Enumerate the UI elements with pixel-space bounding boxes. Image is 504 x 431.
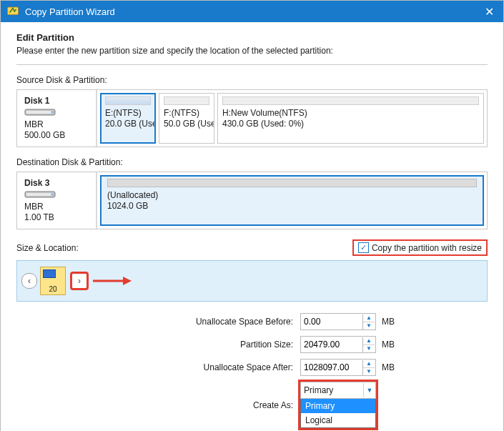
page-heading: Edit Partition xyxy=(16,32,488,43)
spin-down-icon[interactable]: ▼ xyxy=(363,368,375,375)
close-icon[interactable]: ✕ xyxy=(480,5,498,19)
source-label: Source Disk & Partition: xyxy=(16,75,488,85)
source-partitions: E:(NTFS) 20.0 GB (Used F:(NTFS) 50.0 GB … xyxy=(97,90,487,147)
copy-with-resize-label: Copy the partition with resize xyxy=(372,243,482,253)
source-disk-capacity: 500.00 GB xyxy=(24,130,92,141)
source-disk-box: Disk 1 MBR 500.00 GB E:(NTFS) 20.0 GB (U… xyxy=(16,89,488,147)
create-as-cell: Primary ▼ Primary Logical xyxy=(300,382,376,428)
partition-detail: 50.0 GB (Used xyxy=(164,119,209,129)
destination-disk-capacity: 1.00 TB xyxy=(24,212,92,223)
slider-block-label: 20 xyxy=(41,285,65,293)
partition-name: H:New Volume(NTFS) xyxy=(222,108,479,119)
wizard-body: Edit Partition Please enter the new part… xyxy=(1,22,503,431)
space-after-label: Unallocate Space After: xyxy=(204,362,295,372)
partition-detail: 1024.0 GB xyxy=(107,201,477,212)
destination-partitions: (Unallocated) 1024.0 GB xyxy=(97,172,487,229)
chevron-down-icon: ▼ xyxy=(363,383,375,397)
page-subtext: Please enter the new partition size and … xyxy=(16,46,488,56)
chevron-right-icon: › xyxy=(78,276,81,286)
source-disk-name: Disk 1 xyxy=(24,96,92,106)
size-location-label: Size & Location: xyxy=(16,243,79,253)
window-title: Copy Partition Wizard xyxy=(25,6,480,17)
create-as-label: Create As: xyxy=(253,400,295,410)
create-as-highlight: Primary ▼ Primary Logical xyxy=(300,382,376,428)
space-after-input[interactable] xyxy=(301,362,362,372)
partition-unallocated[interactable]: (Unallocated) 1024.0 GB xyxy=(100,175,484,226)
space-before-label: Unallocate Space Before: xyxy=(196,317,295,327)
copy-with-resize-highlight: ✓ Copy the partition with resize xyxy=(352,239,488,256)
arrow-right-icon xyxy=(92,274,133,287)
destination-disk-scheme: MBR xyxy=(24,202,92,212)
app-icon xyxy=(6,5,19,18)
svg-point-6 xyxy=(52,194,54,195)
size-form: Unallocate Space Before: ▲ ▼ MB Partitio… xyxy=(74,313,402,428)
svg-point-3 xyxy=(52,112,54,113)
source-disk-info: Disk 1 MBR 500.00 GB xyxy=(17,90,97,147)
destination-disk-info: Disk 3 MBR 1.00 TB xyxy=(17,172,97,229)
partition-name: E:(NTFS) xyxy=(105,108,151,119)
slider-used-icon xyxy=(43,269,56,278)
destination-disk-name: Disk 3 xyxy=(24,178,92,188)
spin-down-icon[interactable]: ▼ xyxy=(363,322,375,330)
partition-bar xyxy=(164,96,209,105)
partition-h[interactable]: H:New Volume(NTFS) 430.0 GB (Used: 0%) xyxy=(217,93,484,144)
slider-handle-right[interactable]: › xyxy=(71,273,87,289)
partition-bar xyxy=(222,96,479,105)
option-primary[interactable]: Primary xyxy=(301,399,375,413)
source-disk-scheme: MBR xyxy=(24,119,92,130)
disk-icon xyxy=(24,107,56,117)
space-before-input[interactable] xyxy=(301,317,362,327)
destination-label: Destination Disk & Partition: xyxy=(16,157,488,167)
disk-icon xyxy=(24,189,56,199)
partition-bar xyxy=(107,179,477,187)
partition-size-unit: MB xyxy=(382,340,402,350)
partition-size-input[interactable] xyxy=(301,340,362,350)
create-as-options: Primary Logical xyxy=(300,399,376,428)
spinner: ▲ ▼ xyxy=(362,314,375,330)
partition-f[interactable]: F:(NTFS) 50.0 GB (Used xyxy=(159,93,214,144)
partition-size-input-wrap: ▲ ▼ xyxy=(300,336,376,353)
create-as-value: Primary xyxy=(301,385,363,395)
destination-disk-box: Disk 3 MBR 1.00 TB (Unallocated) 1024.0 … xyxy=(16,172,488,229)
chevron-left-icon: ‹ xyxy=(28,276,31,286)
spin-up-icon[interactable]: ▲ xyxy=(363,337,375,345)
partition-detail: 430.0 GB (Used: 0%) xyxy=(222,119,479,129)
spin-down-icon[interactable]: ▼ xyxy=(363,345,375,352)
wizard-window: Copy Partition Wizard ✕ Edit Partition P… xyxy=(0,0,504,431)
spinner: ▲ ▼ xyxy=(362,360,375,375)
create-as-dropdown[interactable]: Primary ▼ xyxy=(300,382,376,399)
option-logical[interactable]: Logical xyxy=(301,413,375,427)
partition-bar xyxy=(105,96,151,105)
titlebar: Copy Partition Wizard ✕ xyxy=(1,1,503,22)
spin-up-icon[interactable]: ▲ xyxy=(363,360,375,368)
svg-marker-8 xyxy=(123,277,132,285)
partition-size-label: Partition Size: xyxy=(240,340,295,350)
space-after-unit: MB xyxy=(382,362,402,372)
space-before-input-wrap: ▲ ▼ xyxy=(300,313,376,330)
svg-rect-2 xyxy=(26,111,51,114)
space-before-unit: MB xyxy=(382,317,402,327)
partition-e[interactable]: E:(NTFS) 20.0 GB (Used xyxy=(100,93,156,144)
divider xyxy=(16,64,488,65)
copy-with-resize-checkbox[interactable]: ✓ xyxy=(358,242,369,253)
slider-handle-left[interactable]: ‹ xyxy=(21,273,37,289)
partition-detail: 20.0 GB (Used xyxy=(105,119,151,129)
partition-name: F:(NTFS) xyxy=(164,108,209,119)
slider-partition-block[interactable]: 20 xyxy=(40,267,66,295)
partition-name: (Unallocated) xyxy=(107,190,477,201)
spinner: ▲ ▼ xyxy=(362,337,375,352)
space-after-input-wrap: ▲ ▼ xyxy=(300,359,376,376)
svg-rect-5 xyxy=(26,193,51,196)
spin-up-icon[interactable]: ▲ xyxy=(363,314,375,322)
size-location-row: Size & Location: ✓ Copy the partition wi… xyxy=(16,239,488,256)
resize-slider[interactable]: ‹ 20 › xyxy=(16,260,488,302)
